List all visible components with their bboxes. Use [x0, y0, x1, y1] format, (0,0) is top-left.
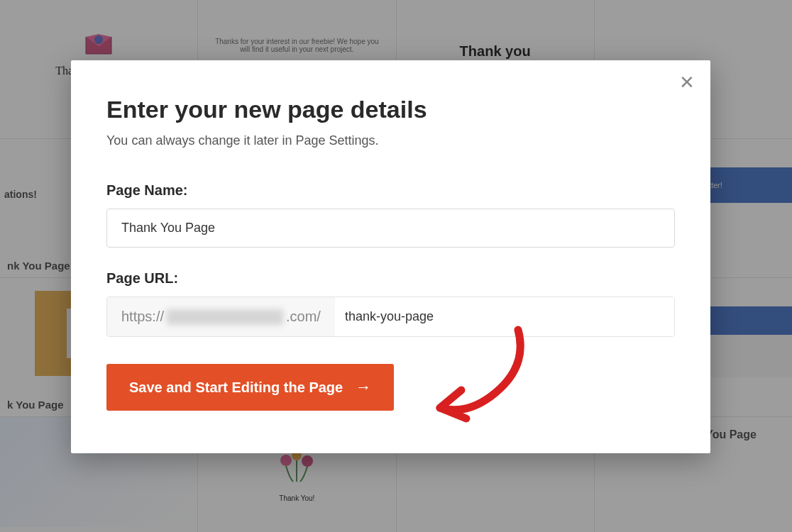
arrow-right-icon: →: [356, 378, 371, 397]
save-and-start-editing-button[interactable]: Save and Start Editing the Page →: [106, 364, 394, 411]
page-url-label: Page URL:: [106, 270, 675, 287]
modal-title: Enter your new page details: [106, 96, 675, 123]
modal-subtitle: You can always change it later in Page S…: [106, 133, 675, 148]
url-domain-blurred: [167, 309, 283, 325]
save-button-label: Save and Start Editing the Page: [129, 379, 343, 396]
page-url-field: https://.com/: [106, 297, 675, 337]
page-name-label: Page Name:: [106, 182, 675, 199]
page-url-slug-input[interactable]: [335, 297, 674, 336]
page-name-input[interactable]: [106, 209, 675, 248]
new-page-details-modal: ✕ Enter your new page details You can al…: [71, 60, 710, 453]
url-prefix: https://.com/: [107, 297, 335, 336]
close-icon[interactable]: ✕: [679, 73, 695, 92]
